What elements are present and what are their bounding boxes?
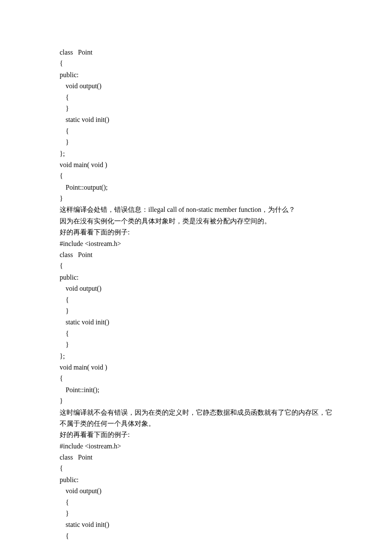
text-line: static void init() — [60, 519, 332, 530]
text-line: }; — [60, 351, 332, 362]
text-line: #include <iostream.h> — [60, 238, 332, 249]
text-line: Point::init(); — [60, 384, 332, 396]
text-line: { — [60, 260, 332, 272]
text-line: 好的再看看下面的例子: — [60, 429, 332, 440]
text-line: { — [60, 373, 332, 384]
text-line: class Point — [60, 47, 332, 58]
text-line: } — [60, 137, 332, 148]
text-line: { — [60, 531, 332, 542]
text-line: void main( void ) — [60, 159, 332, 171]
text-line: }; — [60, 148, 332, 159]
text-line: void output() — [60, 81, 332, 92]
text-line: { — [60, 463, 332, 474]
document-content: class Point{public:void output(){}static… — [60, 47, 332, 542]
text-line: 这样编译会处错，错误信息：illegal call of non-static … — [60, 204, 332, 215]
text-line: class Point — [60, 249, 332, 260]
text-line: { — [60, 58, 332, 69]
text-line: void main( void ) — [60, 362, 332, 373]
text-line: { — [60, 126, 332, 137]
text-line: #include <iostream.h> — [60, 441, 332, 452]
text-line: void output() — [60, 486, 332, 497]
text-line: 这时编译就不会有错误，因为在类的定义时，它静态数据和成员函数就有了它的内存区，它 — [60, 407, 332, 418]
text-line: } — [60, 306, 332, 317]
text-line: 不属于类的任何一个具体对象。 — [60, 418, 332, 429]
text-line: Point::output(); — [60, 182, 332, 193]
text-line: static void init() — [60, 317, 332, 328]
text-line: { — [60, 171, 332, 182]
text-line: 好的再看看下面的例子: — [60, 227, 332, 238]
text-line: public: — [60, 69, 332, 81]
text-line: public: — [60, 272, 332, 283]
text-line: static void init() — [60, 114, 332, 125]
text-line: { — [60, 295, 332, 306]
text-line: } — [60, 396, 332, 407]
text-line: void output() — [60, 283, 332, 294]
text-line: } — [60, 339, 332, 350]
text-line: { — [60, 328, 332, 339]
text-line: public: — [60, 474, 332, 486]
text-line: } — [60, 508, 332, 519]
text-line: } — [60, 193, 332, 204]
text-line: { — [60, 92, 332, 103]
text-line: { — [60, 497, 332, 508]
text-line: class Point — [60, 452, 332, 463]
text-line: } — [60, 103, 332, 114]
text-line: 因为在没有实例化一个类的具体对象时，类是没有被分配内存空间的。 — [60, 216, 332, 227]
